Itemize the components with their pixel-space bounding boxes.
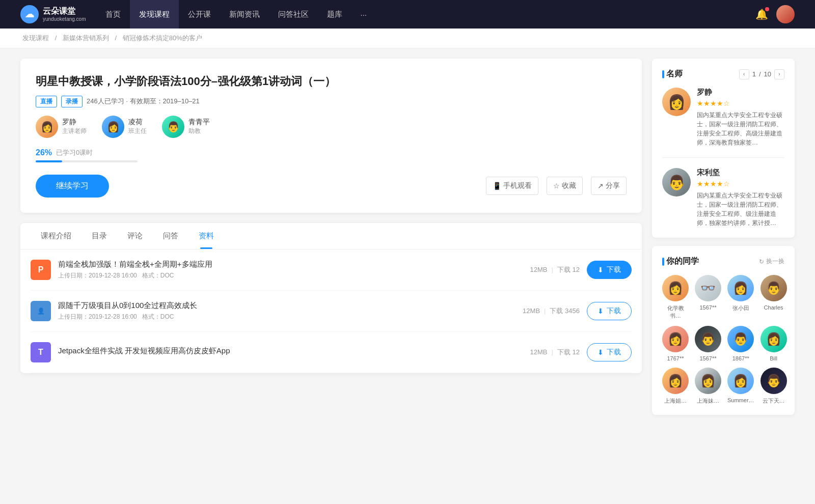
resource-stats-2: 12MB | 下载 3456 — [523, 306, 580, 316]
tab-catalog[interactable]: 目录 — [82, 223, 117, 249]
resource-title-1: 前端全栈加强版！前端全栈+全周期+多端应用 — [58, 260, 523, 269]
resource-meta-2: 上传日期：2019-12-28 16:00 格式：DOC — [58, 313, 515, 321]
classmate-name-1: 化学教书… — [662, 304, 689, 320]
classmate-1[interactable]: 👩 化学教书… — [662, 275, 689, 320]
teacher-name-2: 凌荷 — [128, 118, 147, 127]
teacher-role-1: 主讲老师 — [62, 127, 87, 135]
download-button-3[interactable]: ⬇ 下载 — [587, 343, 632, 361]
teachers-panel: 名师 ‹ 1 / 10 › 👩 罗静 ★★★★☆ 国内某重点大学安全工程专业硕士… — [652, 59, 795, 238]
nav-item-discover[interactable]: 发现课程 — [130, 0, 179, 29]
classmates-panel-header: 你的同学 ↻ 换一换 — [662, 256, 784, 267]
download-button-1[interactable]: ⬇ 下载 — [587, 261, 632, 279]
resource-icon-3: T — [31, 342, 51, 362]
logo-text: 云朵课堂 yunduoketang.com — [43, 6, 86, 22]
classmate-avatar-5: 👩 — [662, 326, 689, 352]
teacher-panel-avatar-1: 👩 — [662, 88, 691, 116]
classmate-avatar-1: 👩 — [662, 275, 689, 301]
nav-item-more[interactable]: ··· — [351, 0, 376, 29]
teacher-panel-desc-1: 国内某重点大学安全工程专业硕士，国家一级注册消防工程师、注册安全工程师、高级注册… — [697, 110, 784, 147]
teacher-avatar-1: 👩 — [36, 116, 58, 138]
download-label-2: 下载 — [607, 306, 621, 316]
next-page-btn[interactable]: › — [774, 69, 784, 79]
teacher-item-1: 👩 罗静 主讲老师 — [36, 116, 87, 138]
course-header-card: 明星中教授课，小学阶段语法100分–强化级第1讲动词（一） 直播 录播 246人… — [20, 59, 642, 213]
resource-title-3: Jetpack全组件实战 开发短视频应用高仿皮皮虾App — [58, 346, 523, 356]
progress-bar-bg — [36, 160, 138, 162]
classmate-3[interactable]: 👩 张小田 — [727, 275, 754, 320]
teacher-panel-item-2: 👨 宋利坚 ★★★★☆ 国内某重点大学安全工程专业硕士，国家一级注册消防工程师、… — [662, 168, 784, 228]
course-title: 明星中教授课，小学阶段语法100分–强化级第1讲动词（一） — [36, 74, 627, 90]
resource-info-1: 前端全栈加强版！前端全栈+全周期+多端应用 上传日期：2019-12-28 16… — [58, 260, 523, 280]
classmate-10[interactable]: 👩 上海妹… — [695, 368, 721, 405]
classmate-2[interactable]: 👓 1567** — [695, 275, 721, 320]
classmate-avatar-12: 👨 — [760, 368, 787, 394]
study-info: 已学习0课时 — [56, 148, 93, 157]
user-avatar[interactable] — [776, 5, 795, 23]
teacher-avatar-3: 👨 — [162, 116, 184, 138]
teacher-panel-stars-2: ★★★★☆ — [697, 180, 784, 188]
logo[interactable]: ☁ 云朵课堂 yunduoketang.com — [20, 5, 86, 23]
continue-learning-button[interactable]: 继续学习 — [36, 175, 109, 198]
collect-button[interactable]: ☆ 收藏 — [547, 177, 583, 195]
nav-item-home[interactable]: 首页 — [96, 0, 130, 29]
teacher-panel-name-1: 罗静 — [697, 88, 784, 97]
page-total: 10 — [764, 70, 771, 78]
classmate-12[interactable]: 👨 云下天… — [760, 368, 787, 405]
nav-item-quiz[interactable]: 题库 — [318, 0, 351, 29]
classmate-9[interactable]: 👩 上海姐… — [662, 368, 689, 405]
share-button[interactable]: ↗ 分享 — [591, 177, 627, 195]
teachers-pagination: ‹ 1 / 10 › — [739, 69, 784, 79]
resource-item-1: P 前端全栈加强版！前端全栈+全周期+多端应用 上传日期：2019-12-28 … — [31, 249, 632, 291]
collect-label: 收藏 — [562, 181, 576, 190]
course-teachers: 👩 罗静 主讲老师 👩 凌荷 班主任 👨 青青平 — [36, 116, 627, 138]
nav-item-open[interactable]: 公开课 — [179, 0, 220, 29]
tab-qa[interactable]: 问答 — [153, 223, 188, 249]
prev-page-btn[interactable]: ‹ — [739, 69, 749, 79]
download-icon-3: ⬇ — [597, 348, 604, 356]
resource-info-2: 跟随千万级项目从0到100全过程高效成长 上传日期：2019-12-28 16:… — [58, 301, 515, 321]
resource-item-2: 👤 跟随千万级项目从0到100全过程高效成长 上传日期：2019-12-28 1… — [31, 291, 632, 332]
classmate-name-12: 云下天… — [763, 397, 785, 405]
classmate-7[interactable]: 👨 1867** — [727, 326, 754, 361]
classmate-5[interactable]: 👩 1767** — [662, 326, 689, 361]
breadcrumb-item-1[interactable]: 发现课程 — [22, 34, 49, 42]
notification-bell[interactable]: 🔔 — [755, 8, 768, 20]
download-button-2[interactable]: ⬇ 下载 — [587, 302, 632, 320]
classmate-avatar-3: 👩 — [727, 275, 754, 301]
resource-list: P 前端全栈加强版！前端全栈+全周期+多端应用 上传日期：2019-12-28 … — [20, 249, 642, 373]
nav-item-news[interactable]: 新闻资讯 — [220, 0, 269, 29]
mobile-watch-button[interactable]: 📱 手机观看 — [486, 177, 538, 195]
download-icon-1: ⬇ — [597, 266, 604, 274]
nav-items: 首页 发现课程 公开课 新闻资讯 问答社区 题库 ··· — [96, 0, 755, 29]
classmate-name-6: 1567** — [699, 355, 716, 361]
tab-intro[interactable]: 课程介绍 — [31, 223, 82, 249]
classmate-name-11: Summer… — [727, 397, 754, 403]
classmate-name-4: Charles — [764, 304, 783, 311]
nav-right: 🔔 — [755, 5, 795, 23]
classmate-6[interactable]: 👨 1567** — [695, 326, 721, 361]
breadcrumb-item-2[interactable]: 新媒体营销系列 — [63, 34, 109, 42]
page-current: 1 — [752, 70, 756, 78]
left-panel: 明星中教授课，小学阶段语法100分–强化级第1讲动词（一） 直播 录播 246人… — [20, 59, 642, 423]
classmate-11[interactable]: 👩 Summer… — [727, 368, 754, 405]
classmates-grid: 👩 化学教书… 👓 1567** 👩 张小田 👨 Charles 👩 — [662, 275, 784, 405]
star-icon: ☆ — [553, 182, 560, 190]
teacher-name-3: 青青平 — [188, 118, 210, 127]
refresh-classmates-btn[interactable]: ↻ 换一换 — [759, 257, 784, 266]
breadcrumb-item-3[interactable]: 销冠修炼术搞定80%的客户 — [123, 34, 202, 42]
classmate-4[interactable]: 👨 Charles — [760, 275, 787, 320]
teacher-panel-desc-2: 国内某重点大学安全工程专业硕士，国家一级注册消防工程师、注册安全工程师、级注册建… — [697, 191, 784, 228]
classmate-avatar-8: 👩 — [760, 326, 787, 352]
nav-item-qa[interactable]: 问答社区 — [269, 0, 318, 29]
mobile-icon: 📱 — [493, 182, 501, 190]
navbar: ☁ 云朵课堂 yunduoketang.com 首页 发现课程 公开课 新闻资讯… — [0, 0, 815, 29]
share-label: 分享 — [606, 181, 620, 190]
course-meta: 246人已学习 · 有效期至：2019–10–21 — [87, 97, 200, 106]
classmate-name-5: 1767** — [667, 355, 684, 361]
classmate-8[interactable]: 👩 Bill — [760, 326, 787, 361]
classmate-avatar-2: 👓 — [695, 275, 721, 301]
tab-review[interactable]: 评论 — [117, 223, 153, 249]
teacher-item-3: 👨 青青平 助教 — [162, 116, 210, 138]
classmate-avatar-6: 👨 — [695, 326, 721, 352]
tab-resource[interactable]: 资料 — [188, 223, 224, 249]
